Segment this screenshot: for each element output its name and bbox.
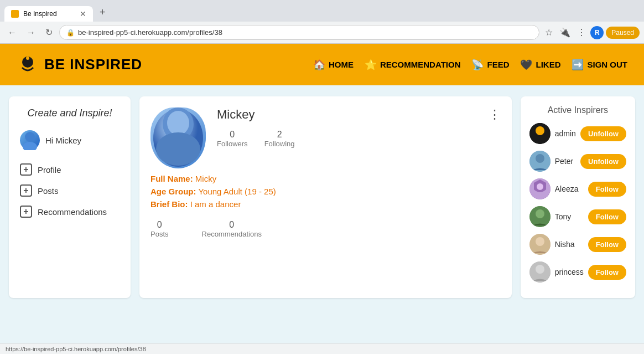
following-label: Following [264, 140, 295, 148]
unfollow-button-admin[interactable]: Unfollow [580, 126, 626, 141]
browser-chrome: Be Inspired ✕ + ← → ↻ 🔒 be-inspired-pp5-… [0, 0, 644, 44]
nav-signout-label: SIGN OUT [587, 60, 627, 69]
follow-button-princess[interactable]: Follow [588, 265, 626, 280]
profile-menu-dots[interactable]: ⋮ [489, 107, 501, 122]
svg-point-17 [536, 237, 544, 246]
bio-value: I am a dancer [190, 199, 241, 209]
inspirer-avatar-admin [529, 123, 550, 144]
browser-toolbar: ← → ↻ 🔒 be-inspired-pp5-ci.herokuapp.com… [0, 22, 644, 44]
tab-title: Be Inspired [23, 10, 57, 18]
sidebar-item-profile[interactable]: + Profile [20, 159, 120, 180]
profile-avatar [150, 107, 206, 168]
inspirer-avatar-princess [529, 261, 550, 283]
new-tab-button[interactable]: + [94, 3, 111, 22]
svg-point-3 [23, 142, 37, 150]
inspirers-panel: Active Inspirers admin Unfollow [521, 96, 635, 298]
svg-point-11 [536, 154, 544, 163]
svg-point-1 [26, 57, 29, 60]
heart-icon: 🖤 [520, 59, 532, 71]
unfollow-button-peter[interactable]: Unfollow [580, 154, 626, 169]
inspirer-avatar-tony [529, 206, 550, 227]
bio-label: Brief Bio: [150, 199, 188, 209]
sidebar-greeting: Hi Mickey [45, 136, 81, 145]
profile-button[interactable]: R [590, 26, 604, 39]
svg-point-15 [536, 209, 544, 218]
recommendations-plus-icon: + [20, 206, 32, 218]
app-content: Create and Inspire! Hi Mickey + Profile … [0, 85, 644, 309]
logo-text: BE INSPIRED [44, 56, 142, 73]
inspirer-item-tony: Tony Follow [529, 206, 626, 227]
followers-count: 0 [217, 130, 248, 140]
follow-button-tony[interactable]: Follow [588, 209, 626, 224]
app-nav: 🏠 HOME ⭐ RECOMMENDATION 📡 FEED 🖤 LIKED ➡… [313, 59, 627, 71]
profile-name-row: Mickey ⋮ [217, 107, 501, 122]
bookmark-button[interactable]: ☆ [543, 25, 555, 40]
nav-recommendation[interactable]: ⭐ RECOMMENDATION [365, 59, 461, 71]
browser-actions: ☆ 🔌 ⋮ R Paused [543, 25, 640, 40]
inspirer-name-tony: Tony [555, 212, 584, 221]
nav-liked[interactable]: 🖤 LIKED [520, 59, 560, 71]
recommendations-count: 0 [202, 220, 262, 230]
followers-stat[interactable]: 0 Followers [217, 130, 248, 148]
follow-button-aleeza[interactable]: Follow [588, 182, 626, 197]
age-group-row: Age Group: Young Adult (19 - 25) [150, 187, 501, 196]
address-bar[interactable]: 🔒 be-inspired-pp5-ci.herokuapp.com/profi… [59, 25, 539, 40]
sidebar: Create and Inspire! Hi Mickey + Profile … [9, 96, 131, 298]
bio-row: Brief Bio: I am a dancer [150, 199, 501, 209]
star-icon: ⭐ [365, 59, 377, 71]
nav-feed[interactable]: 📡 FEED [471, 59, 509, 71]
profile-letter: R [595, 29, 600, 37]
signout-icon: ➡️ [572, 59, 584, 71]
posts-label: Posts [150, 230, 169, 238]
nav-signout[interactable]: ➡️ SIGN OUT [572, 59, 627, 71]
tab-close-button[interactable]: ✕ [80, 9, 86, 18]
tab-favicon [11, 10, 19, 18]
sidebar-item-recommendations[interactable]: + Recommendations [20, 201, 120, 222]
following-count: 2 [264, 130, 295, 140]
sidebar-title: Create and Inspire! [20, 107, 120, 119]
forward-button[interactable]: → [23, 25, 39, 40]
followers-label: Followers [217, 140, 248, 148]
profile-details: Full Name: Micky Age Group: Young Adult … [150, 174, 501, 209]
back-button[interactable]: ← [4, 25, 20, 40]
posts-plus-icon: + [20, 184, 32, 197]
status-url: https://be-inspired-pp5-ci.herokuapp.com… [6, 346, 146, 352]
app-logo: BE INSPIRED [17, 54, 142, 76]
inspirer-item-nisha: Nisha Follow [529, 234, 626, 255]
inspirer-item-princess: princess Follow [529, 261, 626, 283]
profile-name: Mickey [217, 107, 255, 122]
refresh-button[interactable]: ↻ [42, 25, 56, 40]
paused-button[interactable]: Paused [606, 27, 640, 39]
sidebar-item-posts[interactable]: + Posts [20, 180, 120, 201]
svg-point-19 [536, 265, 544, 274]
profile-plus-icon: + [20, 163, 32, 176]
svg-point-6 [167, 111, 189, 135]
inspirer-item-admin: admin Unfollow [529, 123, 626, 144]
sidebar-profile-label: Profile [38, 165, 61, 175]
app-navbar: BE INSPIRED 🏠 HOME ⭐ RECOMMENDATION 📡 FE… [0, 44, 644, 85]
inspirer-item-peter: Peter Unfollow [529, 151, 626, 172]
svg-point-9 [536, 126, 544, 135]
recommendations-label: Recommendations [202, 230, 262, 238]
sidebar-user: Hi Mickey [20, 130, 120, 150]
profile-posts-stats: 0 Posts 0 Recommendations [150, 220, 501, 238]
url-text: be-inspired-pp5-ci.herokuapp.com/profile… [78, 28, 222, 37]
following-stat[interactable]: 2 Following [264, 130, 295, 148]
inspirer-avatar-peter [529, 151, 550, 172]
inspirer-avatar-aleeza [529, 178, 550, 199]
nav-recommendation-label: RECOMMENDATION [380, 60, 461, 69]
extensions-button[interactable]: 🔌 [557, 25, 573, 40]
browser-tab-active[interactable]: Be Inspired ✕ [4, 6, 93, 22]
sidebar-posts-label: Posts [38, 186, 59, 196]
profile-card: Mickey ⋮ 0 Followers 2 Following Full [139, 96, 512, 298]
nav-home[interactable]: 🏠 HOME [313, 59, 354, 71]
settings-button[interactable]: ⋮ [575, 25, 588, 40]
follow-button-nisha[interactable]: Follow [588, 237, 626, 252]
sidebar-recommendations-label: Recommendations [38, 207, 107, 217]
inspirer-name-aleeza: Aleeza [555, 184, 584, 193]
nav-feed-label: FEED [487, 60, 509, 69]
inspirer-name-princess: princess [555, 268, 584, 276]
inspirer-item-aleeza: Aleeza Follow [529, 178, 626, 199]
status-bar: https://be-inspired-pp5-ci.herokuapp.com… [0, 343, 644, 354]
home-icon: 🏠 [313, 59, 325, 71]
